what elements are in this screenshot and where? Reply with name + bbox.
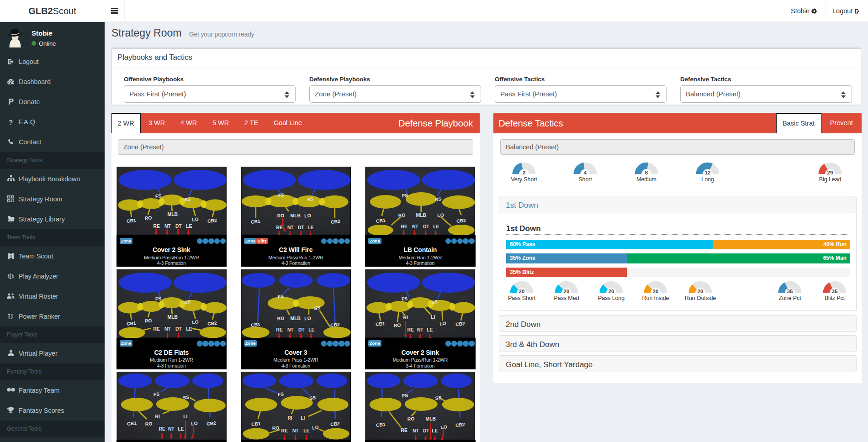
svg-text:RO: RO: [277, 316, 284, 321]
svg-text:CB1: CB1: [126, 218, 136, 224]
svg-text:NT: NT: [164, 326, 170, 332]
svg-text:LO: LO: [191, 216, 198, 222]
svg-text:SS: SS: [182, 395, 189, 400]
svg-text:NT: NT: [287, 225, 294, 230]
svg-text:DT: DT: [298, 327, 305, 332]
svg-text:20: 20: [564, 289, 570, 294]
svg-text:CB1: CB1: [251, 421, 261, 427]
svg-text:CB2: CB2: [455, 321, 466, 327]
svg-text:RI: RI: [287, 416, 292, 421]
svg-text:LI: LI: [301, 416, 305, 421]
svg-text:LO: LO: [440, 424, 447, 430]
svg-text:MLB: MLB: [290, 213, 300, 218]
svg-text:NT: NT: [292, 428, 299, 433]
svg-text:MLB: MLB: [426, 416, 436, 421]
svg-text:RO: RO: [407, 416, 414, 421]
svg-text:FS: FS: [277, 391, 284, 397]
svg-text:SS: SS: [184, 299, 191, 305]
svg-text:FS: FS: [153, 391, 159, 397]
svg-text:RO: RO: [144, 215, 152, 221]
svg-text:LE: LE: [433, 224, 439, 229]
svg-text:20: 20: [698, 289, 704, 294]
svg-text:MLB: MLB: [167, 315, 177, 320]
svg-text:CB1: CB1: [376, 321, 386, 326]
svg-text:29: 29: [827, 170, 833, 175]
svg-text:CB1: CB1: [126, 320, 136, 326]
svg-text:NT: NT: [412, 224, 418, 229]
svg-text:12: 12: [705, 170, 711, 175]
svg-text:LE: LE: [427, 327, 433, 332]
svg-text:35: 35: [787, 289, 793, 294]
svg-text:DT: DT: [423, 224, 429, 229]
svg-text:RE: RE: [401, 224, 408, 229]
svg-text:CB2: CB2: [206, 421, 216, 426]
svg-text:LE: LE: [186, 224, 192, 229]
svg-text:SS: SS: [184, 196, 191, 202]
svg-text:LE: LE: [308, 327, 314, 332]
svg-text:FS: FS: [402, 193, 408, 198]
svg-text:CB2: CB2: [456, 218, 466, 224]
svg-text:LO: LO: [191, 319, 198, 325]
svg-text:MLB: MLB: [167, 212, 177, 217]
svg-text:LO: LO: [312, 425, 318, 430]
svg-text:RI: RI: [403, 315, 408, 320]
svg-text:RE: RE: [408, 327, 414, 332]
svg-text:20: 20: [519, 289, 525, 294]
svg-text:RO: RO: [393, 322, 401, 328]
svg-text:20: 20: [653, 289, 659, 294]
svg-text:RO: RO: [277, 213, 284, 218]
svg-text:LO: LO: [304, 316, 311, 321]
svg-text:SS: SS: [431, 299, 438, 305]
svg-text:CB2: CB2: [330, 322, 340, 328]
svg-text:LE: LE: [186, 326, 192, 332]
svg-text:CB1: CB1: [250, 321, 260, 327]
svg-text:CB2: CB2: [330, 219, 340, 225]
svg-text:LI: LI: [183, 414, 187, 419]
svg-text:SS: SS: [307, 196, 313, 202]
svg-text:CB2: CB2: [207, 321, 217, 326]
svg-text:35: 35: [832, 289, 838, 294]
svg-text:SS: SS: [309, 395, 316, 401]
svg-text:RE: RE: [159, 426, 165, 431]
svg-text:RE: RE: [281, 428, 287, 433]
svg-text:NT: NT: [413, 428, 419, 433]
svg-text:LO: LO: [304, 213, 311, 219]
svg-text:CB1: CB1: [376, 422, 386, 428]
svg-text:CB1: CB1: [376, 218, 386, 224]
svg-text:LI: LI: [431, 315, 435, 320]
svg-text:4: 4: [584, 170, 587, 175]
svg-text:20: 20: [609, 289, 614, 294]
svg-text:SS: SS: [435, 196, 442, 202]
svg-text:LE: LE: [307, 225, 313, 230]
svg-text:RE: RE: [276, 225, 282, 230]
svg-text:LE: LE: [178, 426, 184, 431]
svg-text:NT: NT: [164, 224, 170, 229]
svg-text:RO: RO: [272, 425, 279, 431]
svg-text:NT: NT: [417, 327, 423, 332]
svg-text:DT: DT: [175, 224, 181, 229]
svg-text:FS: FS: [402, 393, 408, 398]
svg-text:DT: DT: [423, 428, 429, 433]
svg-text:CB1: CB1: [127, 421, 137, 426]
svg-text:DT: DT: [175, 326, 181, 332]
svg-text:RE: RE: [276, 327, 282, 332]
svg-text:MLB: MLB: [416, 213, 426, 218]
svg-text:CB1: CB1: [250, 219, 260, 225]
svg-text:FS: FS: [277, 294, 284, 299]
svg-text:RE: RE: [153, 224, 159, 229]
svg-text:LO: LO: [439, 321, 446, 326]
svg-text:LO: LO: [437, 213, 444, 218]
svg-text:RI: RI: [155, 414, 159, 419]
svg-text:DT: DT: [298, 225, 304, 230]
svg-text:FS: FS: [278, 192, 284, 198]
svg-text:NT: NT: [287, 327, 294, 332]
svg-text:RO: RO: [145, 421, 152, 426]
svg-text:RE: RE: [153, 326, 159, 332]
svg-text:SS: SS: [435, 395, 442, 401]
svg-text:FS: FS: [401, 296, 408, 301]
svg-text:CB2: CB2: [455, 422, 466, 428]
svg-text:LE: LE: [303, 428, 309, 433]
svg-text:LE: LE: [432, 428, 438, 433]
svg-text:NT: NT: [168, 426, 174, 431]
svg-text:CB2: CB2: [330, 421, 340, 427]
